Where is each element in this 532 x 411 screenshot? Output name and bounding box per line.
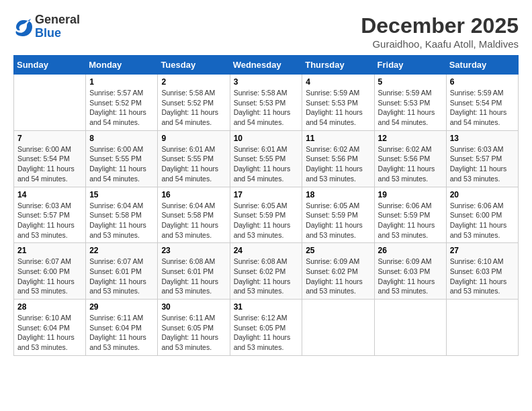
day-number: 2 — [161, 77, 226, 87]
day-cell — [374, 300, 446, 356]
day-cell: 25 Sunrise: 6:09 AMSunset: 6:02 PMDaylig… — [302, 243, 374, 300]
day-cell: 15 Sunrise: 6:04 AMSunset: 5:58 PMDaylig… — [86, 187, 158, 243]
month-title: December 2025 — [361, 13, 519, 38]
day-info: Sunrise: 6:10 AMSunset: 6:03 PMDaylight:… — [450, 257, 515, 296]
day-number: 13 — [450, 134, 515, 143]
day-cell: 19 Sunrise: 6:06 AMSunset: 5:59 PMDaylig… — [374, 187, 446, 243]
day-cell: 12 Sunrise: 6:02 AMSunset: 5:56 PMDaylig… — [374, 130, 446, 187]
day-info: Sunrise: 6:12 AMSunset: 6:05 PMDaylight:… — [234, 313, 299, 353]
day-info: Sunrise: 5:59 AMSunset: 5:54 PMDaylight:… — [450, 88, 515, 128]
day-cell: 24 Sunrise: 6:08 AMSunset: 6:02 PMDaylig… — [230, 243, 302, 300]
day-cell: 4 Sunrise: 5:59 AMSunset: 5:53 PMDayligh… — [302, 75, 374, 131]
header-tuesday: Tuesday — [158, 56, 230, 75]
week-row-2: 7 Sunrise: 6:00 AMSunset: 5:54 PMDayligh… — [14, 130, 519, 187]
day-number: 11 — [306, 134, 370, 143]
header-thursday: Thursday — [302, 56, 374, 75]
day-info: Sunrise: 6:08 AMSunset: 6:02 PMDaylight:… — [234, 257, 299, 296]
day-cell: 31 Sunrise: 6:12 AMSunset: 6:05 PMDaylig… — [230, 300, 302, 356]
day-info: Sunrise: 5:59 AMSunset: 5:53 PMDaylight:… — [378, 88, 443, 128]
page-header: General Blue December 2025 Guraidhoo, Ka… — [13, 13, 519, 50]
calendar-table: SundayMondayTuesdayWednesdayThursdayFrid… — [13, 55, 519, 356]
week-row-5: 28 Sunrise: 6:10 AMSunset: 6:04 PMDaylig… — [14, 300, 519, 356]
day-cell: 2 Sunrise: 5:58 AMSunset: 5:52 PMDayligh… — [158, 75, 230, 131]
day-info: Sunrise: 6:11 AMSunset: 6:05 PMDaylight:… — [161, 313, 226, 353]
day-info: Sunrise: 6:04 AMSunset: 5:58 PMDaylight:… — [89, 201, 154, 240]
day-cell — [14, 75, 86, 131]
day-info: Sunrise: 6:00 AMSunset: 5:55 PMDaylight:… — [89, 144, 154, 184]
day-info: Sunrise: 6:01 AMSunset: 5:55 PMDaylight:… — [161, 144, 226, 184]
day-info: Sunrise: 5:58 AMSunset: 5:52 PMDaylight:… — [161, 88, 226, 128]
day-cell: 21 Sunrise: 6:07 AMSunset: 6:00 PMDaylig… — [14, 243, 86, 300]
day-info: Sunrise: 5:57 AMSunset: 5:52 PMDaylight:… — [89, 88, 154, 128]
day-number: 24 — [234, 246, 299, 255]
header-monday: Monday — [86, 56, 158, 75]
day-cell: 10 Sunrise: 6:01 AMSunset: 5:55 PMDaylig… — [230, 130, 302, 187]
day-cell: 17 Sunrise: 6:05 AMSunset: 5:59 PMDaylig… — [230, 187, 302, 243]
day-number: 9 — [161, 134, 226, 143]
day-cell: 26 Sunrise: 6:09 AMSunset: 6:03 PMDaylig… — [374, 243, 446, 300]
day-info: Sunrise: 6:07 AMSunset: 6:00 PMDaylight:… — [17, 257, 82, 296]
day-info: Sunrise: 6:07 AMSunset: 6:01 PMDaylight:… — [89, 257, 154, 296]
day-number: 8 — [89, 134, 154, 143]
week-row-4: 21 Sunrise: 6:07 AMSunset: 6:00 PMDaylig… — [14, 243, 519, 300]
day-number: 25 — [306, 246, 370, 255]
title-block: December 2025 Guraidhoo, Kaafu Atoll, Ma… — [361, 13, 519, 50]
day-number: 4 — [306, 77, 370, 87]
day-number: 16 — [161, 190, 226, 199]
day-info: Sunrise: 6:06 AMSunset: 6:00 PMDaylight:… — [450, 201, 515, 240]
day-cell: 27 Sunrise: 6:10 AMSunset: 6:03 PMDaylig… — [446, 243, 518, 300]
day-cell: 30 Sunrise: 6:11 AMSunset: 6:05 PMDaylig… — [158, 300, 230, 356]
day-info: Sunrise: 6:02 AMSunset: 5:56 PMDaylight:… — [378, 144, 443, 184]
day-info: Sunrise: 6:08 AMSunset: 6:01 PMDaylight:… — [161, 257, 226, 296]
location: Guraidhoo, Kaafu Atoll, Maldives — [361, 38, 519, 50]
logo-icon — [13, 17, 32, 36]
day-cell: 5 Sunrise: 5:59 AMSunset: 5:53 PMDayligh… — [374, 75, 446, 131]
day-number: 7 — [17, 134, 82, 143]
day-number: 5 — [378, 77, 443, 87]
logo: General Blue — [13, 13, 80, 40]
day-number: 12 — [378, 134, 443, 143]
day-info: Sunrise: 5:58 AMSunset: 5:53 PMDaylight:… — [234, 88, 299, 128]
day-number: 14 — [17, 190, 82, 199]
day-number: 17 — [234, 190, 299, 199]
day-cell: 9 Sunrise: 6:01 AMSunset: 5:55 PMDayligh… — [158, 130, 230, 187]
day-info: Sunrise: 6:02 AMSunset: 5:56 PMDaylight:… — [306, 144, 370, 184]
week-row-3: 14 Sunrise: 6:03 AMSunset: 5:57 PMDaylig… — [14, 187, 519, 243]
logo-text: General Blue — [35, 13, 80, 40]
day-number: 15 — [89, 190, 154, 199]
day-cell: 1 Sunrise: 5:57 AMSunset: 5:52 PMDayligh… — [86, 75, 158, 131]
day-cell — [302, 300, 374, 356]
day-info: Sunrise: 6:09 AMSunset: 6:03 PMDaylight:… — [378, 257, 443, 296]
day-info: Sunrise: 6:00 AMSunset: 5:54 PMDaylight:… — [17, 144, 82, 184]
day-number: 18 — [306, 190, 370, 199]
day-cell: 29 Sunrise: 6:11 AMSunset: 6:04 PMDaylig… — [86, 300, 158, 356]
day-number: 26 — [378, 246, 443, 255]
day-cell: 11 Sunrise: 6:02 AMSunset: 5:56 PMDaylig… — [302, 130, 374, 187]
day-info: Sunrise: 6:04 AMSunset: 5:58 PMDaylight:… — [161, 201, 226, 240]
day-cell: 14 Sunrise: 6:03 AMSunset: 5:57 PMDaylig… — [14, 187, 86, 243]
day-cell: 6 Sunrise: 5:59 AMSunset: 5:54 PMDayligh… — [446, 75, 518, 131]
day-number: 1 — [89, 77, 154, 87]
day-cell: 22 Sunrise: 6:07 AMSunset: 6:01 PMDaylig… — [86, 243, 158, 300]
day-info: Sunrise: 6:09 AMSunset: 6:02 PMDaylight:… — [306, 257, 370, 296]
day-number: 27 — [450, 246, 515, 255]
day-number: 28 — [17, 302, 82, 312]
day-cell: 7 Sunrise: 6:00 AMSunset: 5:54 PMDayligh… — [14, 130, 86, 187]
day-info: Sunrise: 6:05 AMSunset: 5:59 PMDaylight:… — [234, 201, 299, 240]
day-info: Sunrise: 6:06 AMSunset: 5:59 PMDaylight:… — [378, 201, 443, 240]
calendar-header-row: SundayMondayTuesdayWednesdayThursdayFrid… — [14, 56, 519, 75]
day-cell: 23 Sunrise: 6:08 AMSunset: 6:01 PMDaylig… — [158, 243, 230, 300]
day-number: 19 — [378, 190, 443, 199]
day-cell — [446, 300, 518, 356]
day-info: Sunrise: 6:01 AMSunset: 5:55 PMDaylight:… — [234, 144, 299, 184]
header-wednesday: Wednesday — [230, 56, 302, 75]
day-cell: 13 Sunrise: 6:03 AMSunset: 5:57 PMDaylig… — [446, 130, 518, 187]
day-info: Sunrise: 6:11 AMSunset: 6:04 PMDaylight:… — [89, 313, 154, 353]
day-number: 30 — [161, 302, 226, 312]
day-number: 29 — [89, 302, 154, 312]
header-sunday: Sunday — [14, 56, 86, 75]
day-info: Sunrise: 6:03 AMSunset: 5:57 PMDaylight:… — [17, 201, 82, 240]
day-info: Sunrise: 6:05 AMSunset: 5:59 PMDaylight:… — [306, 201, 370, 240]
day-number: 21 — [17, 246, 82, 255]
day-number: 3 — [234, 77, 299, 87]
